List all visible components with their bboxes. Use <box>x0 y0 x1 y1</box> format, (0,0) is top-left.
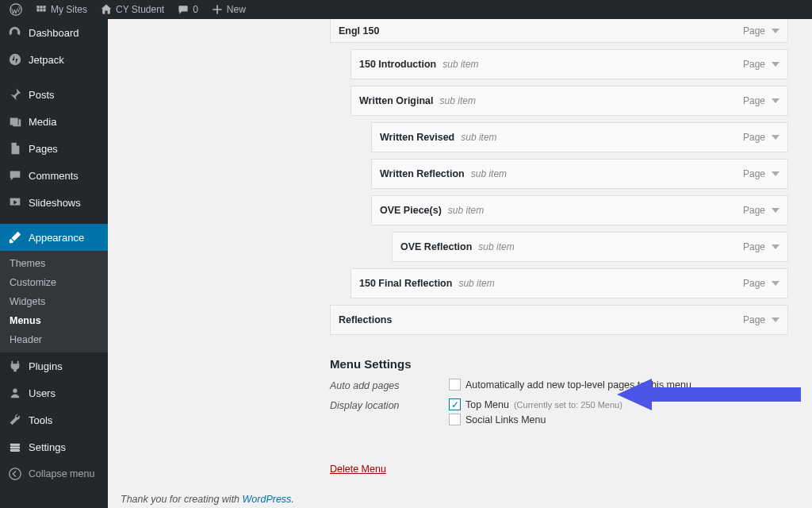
sidebar-item-users[interactable]: Users <box>0 379 108 406</box>
menu-item-title: Written Revised <box>380 132 454 143</box>
wp-logo[interactable] <box>5 0 27 19</box>
menu-item-box[interactable]: Engl 150Page <box>330 19 788 43</box>
pages-icon <box>8 141 22 156</box>
sidebar-item-settings[interactable]: Settings <box>0 433 108 460</box>
menu-item-subtype: sub item <box>461 132 496 143</box>
menu-item-box[interactable]: Written Reflectionsub itemPage <box>371 159 788 189</box>
sidebar-label: Posts <box>29 89 55 101</box>
menu-item-title: Reflections <box>339 314 392 325</box>
menu-item-title: OVE Reflection <box>400 241 472 252</box>
menu-item-type: Page <box>743 132 765 143</box>
menu-item-subtype: sub item <box>442 59 478 70</box>
chevron-down-icon[interactable] <box>772 244 779 249</box>
plug-icon <box>8 359 22 373</box>
main-content: Engl 150Page150 Introductionsub itemPage… <box>108 19 812 508</box>
home-icon <box>100 3 113 16</box>
social-links-checkbox[interactable] <box>449 414 461 425</box>
menu-item-box[interactable]: ReflectionsPage <box>330 305 788 335</box>
my-sites-link[interactable]: My Sites <box>30 0 92 19</box>
jetpack-icon <box>8 52 22 67</box>
chevron-down-icon[interactable] <box>772 171 779 176</box>
site-name-link[interactable]: CY Student <box>95 0 169 19</box>
admin-toolbar: My Sites CY Student 0 New <box>0 0 812 19</box>
footer-wp-link[interactable]: WordPress. <box>243 494 294 505</box>
sidebar-item-slideshows[interactable]: Slideshows <box>0 189 108 216</box>
sidebar-item-pages[interactable]: Pages <box>0 135 108 162</box>
site-name-label: CY Student <box>116 4 164 15</box>
appearance-submenu: Themes Customize Widgets Menus Header <box>0 251 108 352</box>
top-menu-checkbox[interactable] <box>449 398 461 410</box>
submenu-header[interactable]: Header <box>0 330 108 349</box>
auto-add-pages-checkbox[interactable] <box>449 379 461 391</box>
sidebar-item-dashboard[interactable]: Dashboard <box>0 19 108 46</box>
sidebar-item-tools[interactable]: Tools <box>0 406 108 433</box>
my-sites-label: My Sites <box>51 4 87 15</box>
chevron-down-icon[interactable] <box>772 29 779 33</box>
menu-item-box[interactable]: Written Originalsub itemPage <box>350 86 788 116</box>
new-label: New <box>227 4 246 15</box>
sidebar-item-plugins[interactable]: Plugins <box>0 352 108 379</box>
top-menu-hint: (Currently set to: 250 Menu) <box>514 400 622 410</box>
sidebar-label: Tools <box>29 414 52 426</box>
new-content-link[interactable]: New <box>206 0 251 19</box>
menu-item-box[interactable]: 150 Introductionsub itemPage <box>350 49 788 79</box>
chevron-down-icon[interactable] <box>772 281 779 286</box>
comments-count: 0 <box>193 4 198 15</box>
dashboard-icon <box>8 25 22 40</box>
comments-link[interactable]: 0 <box>172 0 203 19</box>
menu-item-title: Written Original <box>359 95 434 106</box>
comment-icon <box>177 3 190 16</box>
menu-item-box[interactable]: 150 Final Reflectionsub itemPage <box>350 268 788 298</box>
menu-item-subtype: sub item <box>471 168 507 179</box>
submenu-themes[interactable]: Themes <box>0 254 108 273</box>
sidebar-label: Plugins <box>29 360 63 372</box>
sidebar-label: Dashboard <box>29 27 79 39</box>
admin-sidebar: Dashboard Jetpack Posts Media Pages Comm… <box>0 19 108 508</box>
menu-item-type: Page <box>743 95 765 106</box>
menu-structure-list: Engl 150Page150 Introductionsub itemPage… <box>330 19 788 335</box>
submenu-menus[interactable]: Menus <box>0 311 108 330</box>
collapse-label: Collapse menu <box>29 468 94 479</box>
svg-point-3 <box>13 389 17 393</box>
sidebar-item-jetpack[interactable]: Jetpack <box>0 46 108 73</box>
sidebar-label: Pages <box>29 143 58 155</box>
sidebar-label: Users <box>29 387 56 399</box>
users-icon <box>8 386 22 400</box>
menu-item-box[interactable]: OVE Piece(s)sub itemPage <box>371 195 788 225</box>
wordpress-icon <box>10 3 22 16</box>
sidebar-label: Settings <box>29 441 66 453</box>
delete-menu-link[interactable]: Delete Menu <box>330 464 386 475</box>
collapse-menu-button[interactable]: Collapse menu <box>0 460 108 487</box>
menu-item-title: OVE Piece(s) <box>380 205 442 216</box>
submenu-widgets[interactable]: Widgets <box>0 292 108 311</box>
menu-item-box[interactable]: OVE Reflectionsub itemPage <box>392 232 788 262</box>
sidebar-item-media[interactable]: Media <box>0 108 108 135</box>
menu-item-subtype: sub item <box>478 241 514 252</box>
admin-footer: Thank you for creating with WordPress. <box>121 494 294 505</box>
menu-item-title: 150 Introduction <box>359 59 436 70</box>
menu-item-subtype: sub item <box>458 278 494 289</box>
menu-item-title: Written Reflection <box>380 168 465 179</box>
pin-icon <box>8 87 22 102</box>
brush-icon <box>8 230 22 244</box>
chevron-down-icon[interactable] <box>772 208 779 213</box>
chevron-down-icon[interactable] <box>772 62 779 67</box>
sidebar-label: Media <box>29 116 56 128</box>
chevron-down-icon[interactable] <box>772 318 779 322</box>
menu-item-box[interactable]: Written Revisedsub itemPage <box>371 122 788 152</box>
menu-settings-section: Menu Settings Auto add pages Automatical… <box>330 357 788 475</box>
sidebar-label: Slideshows <box>29 197 81 209</box>
chevron-down-icon[interactable] <box>772 98 779 103</box>
sidebar-label: Jetpack <box>29 54 64 66</box>
menu-item-type: Page <box>743 59 765 70</box>
sidebar-item-appearance[interactable]: Appearance <box>0 224 108 251</box>
footer-text: Thank you for creating with <box>121 494 243 505</box>
display-location-label: Display location <box>330 398 449 411</box>
menu-item-type: Page <box>743 168 765 179</box>
wrench-icon <box>8 413 22 427</box>
submenu-customize[interactable]: Customize <box>0 273 108 292</box>
sidebar-item-comments[interactable]: Comments <box>0 162 108 189</box>
sidebar-item-posts[interactable]: Posts <box>0 81 108 108</box>
plus-icon <box>211 3 224 16</box>
chevron-down-icon[interactable] <box>772 135 779 140</box>
